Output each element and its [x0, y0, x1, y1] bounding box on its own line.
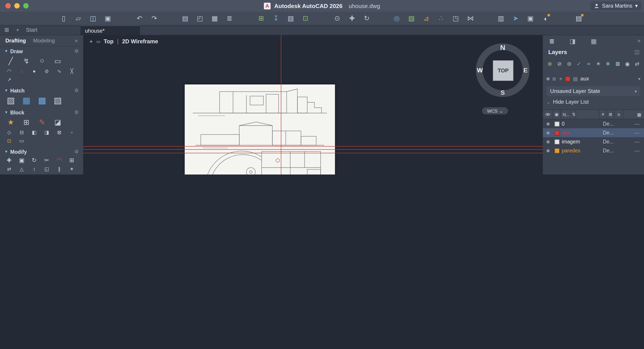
viewcube-south[interactable]: S: [501, 89, 505, 96]
layer-color-swatch[interactable]: [554, 148, 559, 153]
lock-layer-icon[interactable]: ⊠: [614, 60, 621, 67]
block-icon-small[interactable]: ▫: [68, 129, 76, 136]
hatch-icon[interactable]: ▨: [5, 95, 16, 105]
orbit-icon[interactable]: ↻: [361, 13, 372, 24]
layer-state-dropdown[interactable]: Unsaved Layer State ▾: [546, 86, 640, 96]
section-plane-icon[interactable]: ◳: [450, 13, 461, 24]
layer-color-swatch[interactable]: [554, 130, 559, 135]
sync-attributes-icon[interactable]: ◧: [30, 129, 38, 136]
color-column-icon[interactable]: ▣: [553, 110, 561, 119]
visibility-eye-icon[interactable]: [543, 110, 553, 119]
viewport-view-label[interactable]: Top: [104, 38, 114, 45]
delete-layer-icon[interactable]: ⊖: [566, 60, 572, 67]
match-layer-icon[interactable]: ≈: [586, 60, 592, 67]
attach-reference-icon[interactable]: ↧: [270, 13, 281, 24]
manage-attributes-icon[interactable]: ⊟: [18, 129, 26, 136]
fillet-icon[interactable]: ◠: [56, 156, 63, 164]
current-layer-row[interactable]: ⊠ ☀ ▤ aux ▾: [546, 74, 640, 83]
layer-row-paredes[interactable]: paredes De... —: [543, 146, 644, 155]
pan-icon[interactable]: ✚: [346, 13, 357, 24]
freeze-all-layers-icon[interactable]: ❄: [605, 60, 611, 67]
gradient-hatch-icon[interactable]: ▦: [21, 95, 32, 105]
panel-dock-icon[interactable]: ◫: [634, 49, 640, 55]
set-base-point-icon[interactable]: ⊠: [56, 129, 63, 136]
palette-tab-drafting[interactable]: Drafting: [5, 37, 26, 44]
layer-color-swatch[interactable]: [554, 139, 559, 144]
reference-manager-icon[interactable]: ▥: [496, 13, 506, 24]
insert-block-icon[interactable]: ★: [5, 117, 16, 127]
boundary-hatch-icon[interactable]: ▧: [52, 95, 63, 105]
viewcube-north[interactable]: N: [500, 44, 505, 52]
merge-layer-icon[interactable]: ⇄: [634, 60, 640, 67]
scale-icon[interactable]: ◱: [43, 165, 50, 172]
write-block-icon[interactable]: ◪: [52, 117, 63, 127]
attach-xref-icon[interactable]: ⊡: [5, 137, 13, 144]
polyline-icon[interactable]: ↯: [21, 56, 32, 66]
start-tab[interactable]: Start: [26, 27, 37, 33]
trim-icon[interactable]: ✂: [43, 156, 50, 164]
palette-tab-modeling[interactable]: Modeling: [33, 37, 55, 44]
new-layer-frozen-icon[interactable]: ⊘: [556, 60, 562, 67]
isolate-layer-icon[interactable]: ◉: [624, 60, 630, 67]
share-drawing-icon[interactable]: ➤: [510, 13, 521, 24]
aux-horizontal-line-3[interactable]: [83, 153, 543, 153]
donut-icon[interactable]: ●: [30, 67, 38, 75]
panel-tab-layers-icon[interactable]: ≣: [549, 37, 554, 45]
save-as-icon[interactable]: ▣: [102, 13, 113, 24]
explode-icon[interactable]: ✶: [68, 165, 76, 172]
window-grid-icon[interactable]: ⊞: [4, 27, 9, 33]
whats-new-icon[interactable]: ▤: [573, 13, 584, 24]
new-file-icon[interactable]: ▯: [58, 13, 69, 24]
section-header[interactable]: ▼ Block ⚙: [0, 108, 83, 116]
stretch-icon[interactable]: ↕: [30, 165, 38, 172]
edit-block-icon[interactable]: ✎: [37, 117, 48, 127]
turn-all-layers-on-icon[interactable]: ☀: [595, 60, 602, 67]
batch-plot-icon[interactable]: ≣: [224, 13, 235, 24]
new-layer-icon[interactable]: ⊕: [546, 60, 553, 67]
hide-layer-list-toggle[interactable]: ⌄ Hide Layer List: [546, 99, 589, 105]
gear-icon[interactable]: ⚙: [74, 149, 79, 155]
layer-color-swatch[interactable]: [554, 121, 559, 126]
page-setup-icon[interactable]: ▦: [209, 13, 220, 24]
circle-icon[interactable]: ○: [37, 56, 48, 66]
copy-icon[interactable]: ▣: [18, 156, 26, 164]
point-icon[interactable]: ∴: [18, 67, 26, 75]
measure-icon[interactable]: ⋈: [465, 13, 476, 24]
viewcube-west[interactable]: W: [477, 67, 483, 74]
layer-row-0[interactable]: 0 De... —: [543, 119, 644, 128]
new-drawing-tab-button[interactable]: +: [16, 27, 19, 33]
array-icon[interactable]: ⊞: [68, 156, 76, 164]
solid-hatch-icon[interactable]: ▩: [37, 95, 48, 105]
gear-icon[interactable]: ⚙: [74, 109, 79, 115]
align-icon[interactable]: △: [18, 165, 26, 172]
section-header[interactable]: ▼ Modify ⚙: [0, 147, 83, 155]
xline-icon[interactable]: ╳: [68, 67, 76, 75]
gear-icon[interactable]: ⚙: [74, 48, 79, 54]
gear-icon[interactable]: ⚙: [74, 88, 79, 93]
line-icon[interactable]: ╱: [5, 56, 16, 66]
plot-preview-icon[interactable]: ◰: [194, 13, 205, 24]
create-block-icon[interactable]: ⊞: [21, 117, 32, 127]
attached-drawing-image[interactable]: [185, 84, 335, 174]
freeze-column-icon[interactable]: ☀: [599, 110, 607, 119]
panel-overflow-icon[interactable]: »: [638, 37, 640, 44]
aux-horizontal-line-1[interactable]: [83, 146, 543, 147]
viewcube-east[interactable]: E: [524, 67, 528, 74]
rotate-icon[interactable]: ↻: [30, 156, 38, 164]
viewport-plus-icon[interactable]: +: [90, 38, 93, 45]
quick-select-icon[interactable]: ◎: [391, 13, 402, 24]
ole-object-icon[interactable]: ⊡: [300, 13, 311, 24]
plot-icon[interactable]: ▤: [180, 13, 190, 24]
redo-icon[interactable]: ↷: [149, 13, 160, 24]
section-header[interactable]: ▼ Hatch ⚙: [0, 86, 83, 94]
spline-icon[interactable]: ∿: [56, 67, 63, 75]
mirror-icon[interactable]: ⇄: [5, 165, 13, 172]
set-current-layer-icon[interactable]: ✓: [576, 60, 582, 67]
viewcube-top-face[interactable]: TOP: [493, 60, 514, 81]
undo-icon[interactable]: ↶: [134, 13, 145, 24]
drawing-canvas[interactable]: + ▭ Top | 2D Wireframe: [83, 35, 543, 174]
aux-vertical-line[interactable]: [281, 35, 281, 174]
move-icon[interactable]: ✚: [5, 156, 13, 164]
palette-collapse-icon[interactable]: «: [75, 37, 78, 44]
attach-image-icon[interactable]: ▧: [285, 13, 296, 24]
